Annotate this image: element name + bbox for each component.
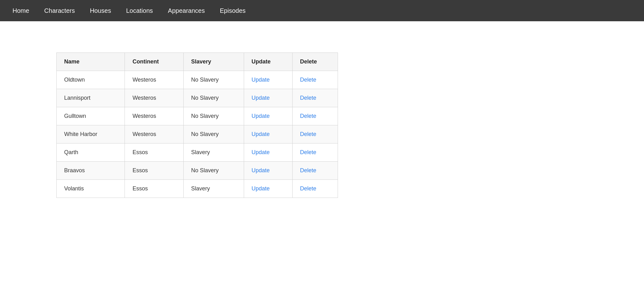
delete-link[interactable]: Delete: [300, 131, 316, 137]
cell-name: Oldtown: [57, 71, 125, 89]
nav-item-characters[interactable]: Characters: [44, 7, 75, 14]
nav-item-home[interactable]: Home: [13, 7, 29, 14]
delete-link[interactable]: Delete: [300, 167, 316, 174]
header-row: NameContinentSlaveryUpdateDelete: [57, 53, 338, 71]
cell-slavery: Slavery: [183, 180, 244, 198]
update-link[interactable]: Update: [252, 95, 270, 101]
table-header: NameContinentSlaveryUpdateDelete: [57, 53, 338, 71]
table-row: GulltownWesterosNo SlaveryUpdateDelete: [57, 107, 338, 125]
update-link[interactable]: Update: [252, 185, 270, 192]
cell-name: Volantis: [57, 180, 125, 198]
cell-continent: Essos: [125, 162, 183, 180]
cell-delete: Delete: [292, 107, 338, 125]
cell-continent: Westeros: [125, 71, 183, 89]
cell-update: Update: [244, 143, 292, 162]
update-link[interactable]: Update: [252, 167, 270, 174]
delete-link[interactable]: Delete: [300, 149, 316, 155]
col-header-continent: Continent: [125, 53, 183, 71]
table-row: White HarborWesterosNo SlaveryUpdateDele…: [57, 125, 338, 143]
delete-link[interactable]: Delete: [300, 95, 316, 101]
nav-item-appearances[interactable]: Appearances: [168, 7, 205, 14]
table-row: OldtownWesterosNo SlaveryUpdateDelete: [57, 71, 338, 89]
col-header-delete: Delete: [292, 53, 338, 71]
col-header-slavery: Slavery: [183, 53, 244, 71]
cell-update: Update: [244, 125, 292, 143]
update-link[interactable]: Update: [252, 131, 270, 137]
cell-update: Update: [244, 180, 292, 198]
cell-name: Braavos: [57, 162, 125, 180]
delete-link[interactable]: Delete: [300, 185, 316, 192]
cell-update: Update: [244, 71, 292, 89]
cell-update: Update: [244, 162, 292, 180]
update-link[interactable]: Update: [252, 149, 270, 155]
cell-delete: Delete: [292, 180, 338, 198]
cell-continent: Essos: [125, 180, 183, 198]
cell-name: Qarth: [57, 143, 125, 162]
cell-slavery: No Slavery: [183, 89, 244, 107]
delete-link[interactable]: Delete: [300, 113, 316, 119]
main-content: NameContinentSlaveryUpdateDelete Oldtown…: [0, 21, 644, 217]
table-row: LannisportWesterosNo SlaveryUpdateDelete: [57, 89, 338, 107]
delete-link[interactable]: Delete: [300, 77, 316, 83]
nav-item-locations[interactable]: Locations: [126, 7, 153, 14]
cell-delete: Delete: [292, 162, 338, 180]
cell-continent: Westeros: [125, 107, 183, 125]
cell-continent: Westeros: [125, 89, 183, 107]
cell-continent: Essos: [125, 143, 183, 162]
col-header-name: Name: [57, 53, 125, 71]
cell-delete: Delete: [292, 89, 338, 107]
cell-update: Update: [244, 89, 292, 107]
cell-continent: Westeros: [125, 125, 183, 143]
locations-table: NameContinentSlaveryUpdateDelete Oldtown…: [56, 53, 338, 198]
cell-slavery: Slavery: [183, 143, 244, 162]
cell-delete: Delete: [292, 143, 338, 162]
table-row: VolantisEssosSlaveryUpdateDelete: [57, 180, 338, 198]
cell-name: Lannisport: [57, 89, 125, 107]
cell-delete: Delete: [292, 71, 338, 89]
cell-name: White Harbor: [57, 125, 125, 143]
cell-delete: Delete: [292, 125, 338, 143]
nav-item-episodes[interactable]: Episodes: [220, 7, 245, 14]
table-body: OldtownWesterosNo SlaveryUpdateDeleteLan…: [57, 71, 338, 198]
update-link[interactable]: Update: [252, 113, 270, 119]
cell-slavery: No Slavery: [183, 125, 244, 143]
nav-item-houses[interactable]: Houses: [90, 7, 111, 14]
table-row: QarthEssosSlaveryUpdateDelete: [57, 143, 338, 162]
cell-slavery: No Slavery: [183, 162, 244, 180]
table-row: BraavosEssosNo SlaveryUpdateDelete: [57, 162, 338, 180]
main-nav: HomeCharactersHousesLocationsAppearances…: [0, 0, 644, 21]
cell-name: Gulltown: [57, 107, 125, 125]
cell-update: Update: [244, 107, 292, 125]
update-link[interactable]: Update: [252, 77, 270, 83]
col-header-update: Update: [244, 53, 292, 71]
cell-slavery: No Slavery: [183, 71, 244, 89]
cell-slavery: No Slavery: [183, 107, 244, 125]
